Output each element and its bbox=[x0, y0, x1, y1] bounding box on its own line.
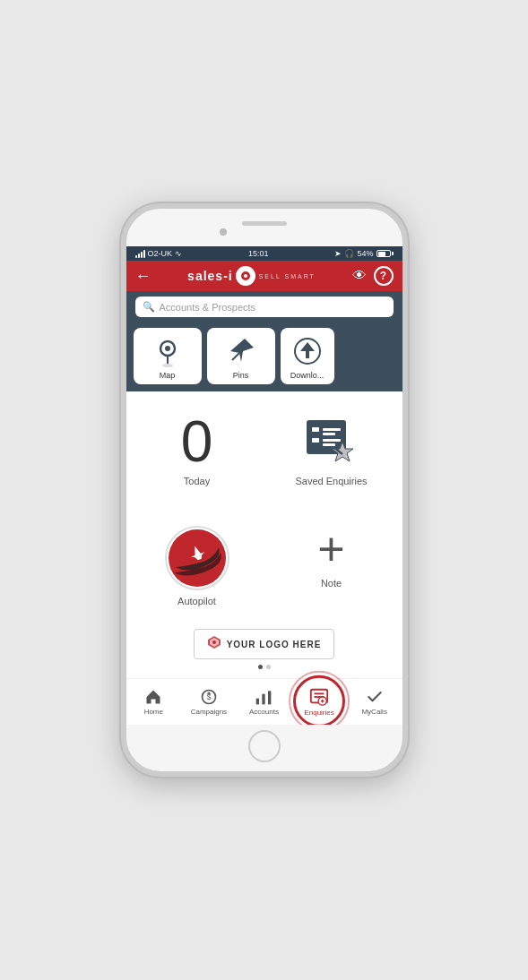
svg-rect-6 bbox=[312, 427, 319, 432]
signal-bars bbox=[135, 250, 145, 258]
header-center: sales-i SELL SMART bbox=[187, 266, 316, 286]
logo-placeholder: YOUR LOGO HERE bbox=[194, 629, 335, 659]
svg-rect-19 bbox=[256, 699, 259, 705]
logo-text: sales-i bbox=[187, 269, 233, 283]
download-label: Downlo... bbox=[290, 371, 325, 380]
header-right: 👁 ? bbox=[352, 266, 394, 286]
help-button[interactable]: ? bbox=[374, 266, 394, 286]
today-label: Today bbox=[184, 476, 210, 486]
pins-label: Pins bbox=[233, 371, 249, 380]
nav-campaigns-label: Campaigns bbox=[191, 708, 227, 716]
nav-campaigns[interactable]: $ Campaigns bbox=[181, 679, 237, 725]
autopilot-widget[interactable]: Autopilot bbox=[137, 519, 257, 624]
app-header: ← sales-i SELL SMART 👁 ? bbox=[126, 261, 402, 291]
nav-home-label: Home bbox=[144, 708, 163, 716]
status-right: ➤ 🎧 54% bbox=[334, 249, 393, 258]
quick-actions-strip: Map Pins Downlo... bbox=[126, 322, 402, 391]
phone-frame: O2-UK ∿ 15:01 ➤ 🎧 54% ← bbox=[121, 203, 408, 777]
status-bar: O2-UK ∿ 15:01 ➤ 🎧 54% bbox=[126, 246, 402, 261]
logo-eye bbox=[236, 266, 255, 286]
note-widget[interactable]: + Note bbox=[272, 519, 392, 624]
today-widget[interactable]: 0 Today bbox=[137, 406, 257, 504]
nav-enquiries-label: Enquiries bbox=[304, 709, 333, 717]
logo-placeholder-wrap: YOUR LOGO HERE bbox=[137, 623, 392, 663]
svg-text:$: $ bbox=[207, 692, 212, 701]
dashboard-grid: 0 Today bbox=[137, 406, 392, 623]
bottom-nav: Home $ Campaigns Accounts bbox=[126, 678, 402, 725]
dot-indicator bbox=[137, 663, 392, 671]
plus-icon: + bbox=[317, 526, 344, 572]
phone-home-button[interactable] bbox=[248, 730, 281, 762]
headphone-icon: 🎧 bbox=[344, 249, 354, 258]
wifi-icon: ∿ bbox=[175, 249, 182, 258]
phone-screen: O2-UK ∿ 15:01 ➤ 🎧 54% ← bbox=[126, 246, 402, 725]
today-value: 0 bbox=[181, 413, 213, 470]
autopilot-logo bbox=[165, 526, 229, 590]
svg-rect-7 bbox=[323, 428, 341, 431]
autopilot-svg bbox=[167, 528, 228, 589]
svg-point-2 bbox=[162, 364, 173, 367]
time-label: 15:01 bbox=[248, 249, 269, 258]
svg-point-1 bbox=[165, 346, 170, 351]
carrier-label: O2-UK bbox=[148, 249, 173, 258]
campaigns-nav-icon: $ bbox=[200, 688, 218, 706]
logo-placeholder-icon bbox=[207, 635, 221, 653]
search-placeholder: Accounts & Prospects bbox=[160, 302, 256, 313]
battery-icon bbox=[377, 250, 394, 257]
download-icon bbox=[291, 335, 324, 367]
saved-enquiries-icon bbox=[303, 413, 360, 470]
note-label: Note bbox=[321, 578, 342, 589]
autopilot-label: Autopilot bbox=[177, 596, 216, 606]
status-left: O2-UK ∿ bbox=[135, 249, 183, 258]
mycalls-nav-icon bbox=[366, 688, 384, 706]
battery-pct: 54% bbox=[357, 249, 373, 258]
map-label: Map bbox=[160, 371, 176, 380]
nav-enquiries[interactable]: Enquiries bbox=[291, 679, 347, 725]
nav-arrow: ➤ bbox=[334, 249, 342, 258]
phone-camera bbox=[220, 228, 227, 236]
svg-rect-11 bbox=[323, 443, 335, 446]
nav-mycalls[interactable]: MyCalls bbox=[347, 679, 402, 725]
svg-rect-20 bbox=[263, 694, 265, 705]
nav-mycalls-label: MyCalls bbox=[361, 708, 386, 716]
svg-line-3 bbox=[232, 353, 239, 360]
saved-enquiries-label: Saved Enquiries bbox=[295, 476, 367, 486]
logo-placeholder-text: YOUR LOGO HERE bbox=[227, 640, 322, 649]
logo-subtitle: SELL SMART bbox=[259, 273, 316, 279]
action-card-download[interactable]: Downlo... bbox=[281, 328, 334, 384]
main-content: 0 Today bbox=[126, 391, 402, 678]
back-button[interactable]: ← bbox=[135, 267, 151, 286]
nav-home[interactable]: Home bbox=[126, 679, 182, 725]
side-arrow: ❯ bbox=[400, 476, 408, 505]
action-card-pins[interactable]: Pins bbox=[207, 328, 275, 384]
header-left: ← bbox=[135, 267, 151, 286]
action-card-map[interactable]: Map bbox=[134, 328, 202, 384]
svg-rect-9 bbox=[312, 438, 319, 443]
home-nav-icon bbox=[144, 688, 162, 706]
logo-eye-inner bbox=[241, 271, 250, 280]
svg-point-16 bbox=[212, 640, 216, 644]
map-icon bbox=[151, 335, 184, 367]
svg-rect-10 bbox=[323, 439, 341, 442]
svg-rect-8 bbox=[323, 433, 335, 435]
dot-2 bbox=[266, 665, 271, 669]
pin-icon bbox=[225, 335, 257, 367]
phone-speaker bbox=[242, 221, 287, 226]
dot-1 bbox=[258, 665, 263, 669]
accounts-nav-icon bbox=[255, 688, 273, 706]
search-bar: 🔍 Accounts & Prospects bbox=[126, 291, 402, 322]
search-input-wrap[interactable]: 🔍 Accounts & Prospects bbox=[135, 297, 394, 317]
search-icon: 🔍 bbox=[143, 301, 155, 313]
eye-icon[interactable]: 👁 bbox=[352, 268, 367, 284]
enquiries-nav-icon bbox=[309, 687, 329, 707]
saved-enquiries-widget[interactable]: Saved Enquiries bbox=[272, 406, 392, 504]
svg-rect-21 bbox=[268, 691, 271, 704]
nav-accounts-label: Accounts bbox=[249, 708, 279, 716]
nav-accounts[interactable]: Accounts bbox=[237, 679, 292, 725]
